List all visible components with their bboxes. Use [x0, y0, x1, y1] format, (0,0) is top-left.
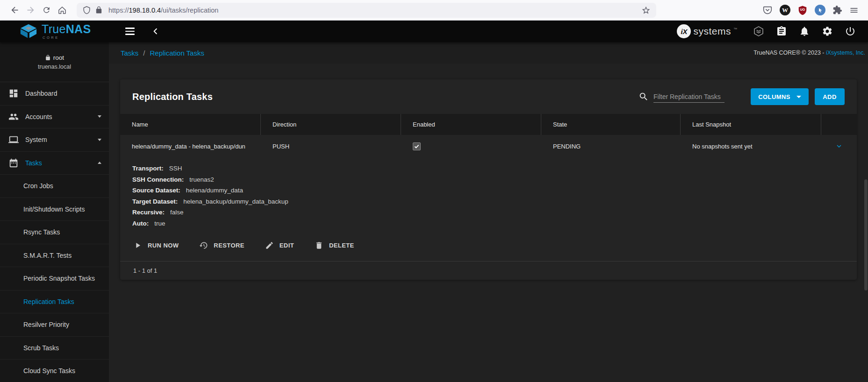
sidebar-item-tasks[interactable]: Tasks	[0, 152, 109, 175]
main-content: Replication Tasks COLUMNS ADD Name Direc…	[109, 64, 868, 382]
run-now-button[interactable]: RUN NOW	[133, 241, 179, 250]
lock-icon[interactable]	[95, 6, 103, 14]
cursor-arrow-icon	[818, 7, 823, 13]
pocket-icon[interactable]	[762, 5, 773, 15]
add-button[interactable]: ADD	[815, 88, 845, 105]
delete-icon	[315, 241, 323, 250]
svg-text:UO: UO	[800, 8, 805, 11]
enabled-checkbox[interactable]	[413, 142, 421, 150]
delete-button[interactable]: DELETE	[315, 241, 354, 250]
wikipedia-badge-letter: W	[782, 7, 788, 14]
lock-icon	[45, 55, 51, 61]
sidebar-subitem-cloud-sync-tasks[interactable]: Cloud Sync Tasks	[0, 360, 109, 382]
restore-button[interactable]: RESTORE	[199, 241, 244, 250]
hamburger-icon	[125, 28, 135, 28]
column-header-direction[interactable]: Direction	[261, 114, 401, 135]
sidebar-subitem-init-shutdown-scripts[interactable]: Init/Shutdown Scripts	[0, 198, 109, 221]
card-header: Replication Tasks COLUMNS ADD	[120, 79, 857, 114]
ixsystems-link[interactable]: iXsystems, Inc.	[826, 50, 865, 56]
browser-reload-button[interactable]	[38, 2, 54, 18]
gear-icon[interactable]	[822, 26, 833, 37]
expand-row-chevron-icon[interactable]	[835, 142, 843, 150]
brand-name: TrueNAS	[42, 23, 91, 35]
browser-toolbar: https://198.18.0.4/ui/tasks/replication …	[0, 0, 868, 21]
dashboard-icon	[8, 88, 19, 99]
wikipedia-icon[interactable]: W	[780, 5, 790, 15]
detail-ssh-connection: SSH Connection:truenas2	[132, 176, 845, 187]
sidebar-subitem-periodic-snapshot-tasks[interactable]: Periodic Snapshot Tasks	[0, 267, 109, 290]
sidenav-toggle-button[interactable]	[125, 23, 142, 40]
people-icon	[8, 112, 19, 122]
sidebar-item-system[interactable]: System	[0, 128, 109, 152]
menu-icon[interactable]	[849, 6, 859, 15]
breadcrumb: Tasks / Replication Tasks	[121, 49, 204, 57]
play-icon	[133, 241, 142, 250]
chevron-left-icon	[151, 27, 160, 35]
columns-button[interactable]: COLUMNS	[751, 88, 809, 105]
collapse-nav-button[interactable]	[149, 24, 163, 38]
sidebar-subitem-scrub-tasks[interactable]: Scrub Tasks	[0, 337, 109, 360]
sidebar-item-accounts[interactable]: Accounts	[0, 106, 109, 129]
ix-text: systems	[693, 26, 731, 37]
column-header-last-snapshot[interactable]: Last Snapshot	[681, 114, 821, 135]
detail-source-dataset: Source Dataset:helena/dummy_data	[132, 187, 845, 198]
hostname: truenas.local	[38, 64, 71, 70]
chevron-down-icon	[98, 115, 101, 118]
star-icon[interactable]	[641, 6, 651, 15]
check-icon	[414, 143, 420, 149]
sidebar-subitem-rsync-tasks[interactable]: Rsync Tasks	[0, 221, 109, 244]
ix-trademark: ™	[733, 27, 737, 31]
user-panel: root truenas.local	[0, 42, 109, 82]
browser-home-button[interactable]	[54, 2, 70, 18]
browser-forward-button[interactable]	[22, 2, 38, 18]
truecommand-icon[interactable]	[753, 26, 764, 37]
column-header-expand	[821, 114, 857, 135]
filter-input[interactable]	[653, 91, 725, 103]
sidebar-subitem-resilver-priority[interactable]: Resilver Priority	[0, 313, 109, 337]
puzzle-icon[interactable]	[832, 5, 842, 15]
cell-state: PENDING	[541, 135, 681, 157]
sidebar-item-dashboard[interactable]: Dashboard	[0, 82, 109, 106]
column-header-state[interactable]: State	[541, 114, 681, 135]
table-row[interactable]: helena/dummy_data - helena_backup/dun PU…	[120, 135, 857, 157]
table-toolbar: COLUMNS ADD	[638, 88, 845, 105]
ublock-icon[interactable]: UO	[797, 5, 808, 15]
copyright-text: TrueNAS CORE® © 2023 - iXsystems, Inc.	[753, 50, 865, 56]
cursor-badge-icon[interactable]	[815, 5, 825, 15]
cell-last-snapshot: No snapshots sent yet	[681, 135, 821, 157]
restore-icon	[199, 241, 208, 250]
page-title: Replication Tasks	[132, 92, 213, 102]
truenas-logo[interactable]: TrueNAS CORE	[20, 23, 91, 40]
url-text[interactable]: https://198.18.0.4/ui/tasks/replication	[108, 7, 638, 14]
sidebar-subitem-smart-tests[interactable]: S.M.A.R.T. Tests	[0, 244, 109, 268]
sidebar-subitem-cron-jobs[interactable]: Cron Jobs	[0, 175, 109, 198]
address-bar[interactable]: https://198.18.0.4/ui/tasks/replication	[77, 3, 656, 18]
power-icon[interactable]	[845, 26, 856, 37]
forward-icon	[26, 5, 36, 15]
paginator: 1 - 1 of 1	[120, 261, 857, 280]
back-icon	[10, 5, 20, 15]
breadcrumb-tasks[interactable]: Tasks	[121, 49, 138, 57]
navbar-actions	[753, 26, 856, 37]
scrollbar-thumb[interactable]	[864, 179, 868, 290]
breadcrumb-bar: Tasks / Replication Tasks TrueNAS CORE® …	[109, 42, 868, 64]
edit-button[interactable]: EDIT	[265, 241, 294, 250]
sidebar: root truenas.local Dashboard Accounts Sy…	[0, 42, 109, 382]
cell-direction: PUSH	[261, 135, 401, 157]
expanded-row-details: Transport:SSH SSH Connection:truenas2 So…	[120, 157, 857, 231]
calendar-icon	[8, 158, 19, 168]
page-scrollbar[interactable]	[864, 127, 868, 382]
bell-icon[interactable]	[799, 26, 810, 37]
breadcrumb-replication-tasks[interactable]: Replication Tasks	[150, 49, 204, 57]
column-header-enabled[interactable]: Enabled	[401, 114, 541, 135]
sidebar-subitem-replication-tasks[interactable]: Replication Tasks	[0, 290, 109, 314]
edit-icon	[265, 241, 274, 250]
chevron-down-icon	[796, 96, 801, 98]
browser-back-button[interactable]	[7, 2, 22, 18]
ix-mark: iX	[677, 24, 691, 38]
cell-expander	[821, 135, 857, 157]
shield-icon[interactable]	[82, 6, 91, 14]
column-header-name[interactable]: Name	[120, 114, 261, 135]
logged-in-user: root	[53, 54, 64, 61]
clipboard-icon[interactable]	[776, 26, 787, 37]
